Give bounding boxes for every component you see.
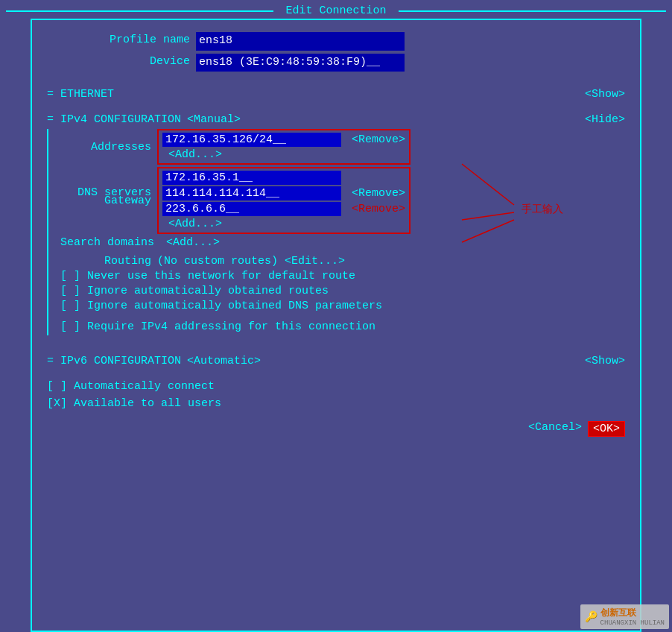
available-users-text[interactable]: [X] Available to all users [47, 397, 221, 410]
routing-label: Routing [60, 255, 157, 268]
dialog-title: Edit Connection [279, 4, 392, 17]
search-domains-label: Search domains [60, 236, 160, 249]
cancel-button[interactable]: <Cancel> [528, 421, 582, 437]
ipv4-mode[interactable]: <Manual> [187, 113, 241, 126]
ipv4-hide[interactable]: <Hide> [585, 113, 625, 126]
address-remove[interactable]: <Remove> [352, 133, 405, 146]
dns2-input[interactable]: 223.6.6.6__ [162, 202, 341, 216]
addresses-row: Addresses 172.16.35.126/24__ <Remove> <A… [60, 129, 625, 165]
ignore-dns-text[interactable]: [ ] Ignore automatically obtained DNS pa… [60, 300, 382, 312]
watermark-text: 创新互联 [600, 607, 665, 619]
watermark-subtext: CHUANGXIN HULIAN [600, 619, 665, 627]
dns2-row: 223.6.6.6__ <Remove> [162, 202, 405, 216]
profile-name-label: Profile name [47, 32, 196, 49]
dns2-remove[interactable]: <Remove> [352, 203, 405, 215]
profile-name-value[interactable]: ens18 [196, 32, 405, 51]
main-container: Edit Connection Profile name ens18 Devic… [0, 0, 672, 632]
device-row: Device ens18 (3E:C9:48:59:38:F9)__ [47, 54, 625, 72]
device-label: Device [47, 54, 196, 71]
dns-add[interactable]: <Add...> [168, 218, 222, 230]
ipv6-section: = IPv6 CONFIGURATION <Automatic> <Show> [47, 355, 625, 367]
dialog: Profile name ens18 Device ens18 (3E:C9:4… [31, 19, 641, 632]
dns-label: DNS servers [60, 186, 157, 199]
ignore-auto-row: [ ] Ignore automatically obtained routes [60, 285, 625, 297]
profile-name-row: Profile name ens18 [47, 32, 625, 51]
addr-add-row: <Add...> [162, 148, 405, 161]
dns1-input[interactable]: 114.114.114.114__ [162, 186, 341, 200]
never-use-row: [ ] Never use this network for default r… [60, 270, 625, 282]
never-use-text[interactable]: [ ] Never use this network for default r… [60, 270, 355, 282]
ok-button[interactable]: <OK> [588, 421, 625, 437]
dns1-remove[interactable]: <Remove> [352, 187, 405, 200]
ethernet-section: = ETHERNET <Show> [47, 88, 625, 101]
addr-main-row: 172.16.35.126/24__ <Remove> [162, 133, 405, 147]
require-ipv4-row: [ ] Require IPv4 addressing for this con… [60, 320, 625, 333]
available-users-row: [X] Available to all users [47, 397, 625, 410]
search-domains-row: Search domains <Add...> [60, 236, 625, 249]
gateway-value-row: 172.16.35.1__ [162, 171, 405, 185]
ipv4-section: Addresses 172.16.35.126/24__ <Remove> <A… [47, 129, 625, 335]
ignore-dns-row: [ ] Ignore automatically obtained DNS pa… [60, 300, 625, 312]
watermark: 🔑 创新互联 CHUANGXIN HULIAN [580, 604, 669, 629]
ipv4-label: = IPv4 CONFIGURATION [47, 113, 181, 126]
dns1-row: 114.114.114.114__ <Remove> [162, 186, 405, 200]
ignore-auto-text[interactable]: [ ] Ignore automatically obtained routes [60, 285, 329, 297]
ipv6-show[interactable]: <Show> [585, 355, 625, 367]
watermark-icon: 🔑 [585, 610, 597, 623]
device-value[interactable]: ens18 (3E:C9:48:59:38:F9)__ [196, 54, 405, 72]
routing-value[interactable]: (No custom routes) <Edit...> [157, 255, 345, 268]
gateway-dns-block: 172.16.35.1__ 114.114.114.114__ <Remove>… [157, 167, 411, 234]
addresses-block: 172.16.35.126/24__ <Remove> <Add...> [157, 129, 411, 165]
ethernet-show[interactable]: <Show> [585, 88, 625, 101]
gateway-row: Gateway 172.16.35.1__ 114.114.114.114__ … [60, 167, 625, 234]
require-ipv4-text[interactable]: [ ] Require IPv4 addressing for this con… [60, 320, 375, 333]
dns-add-row: <Add...> [162, 218, 405, 230]
ipv4-header: = IPv4 CONFIGURATION <Manual> <Hide> [47, 113, 625, 126]
ipv6-label: = IPv6 CONFIGURATION [47, 355, 181, 367]
bottom-buttons: <Cancel> <OK> [47, 421, 625, 437]
auto-connect-text[interactable]: [ ] Automatically connect [47, 380, 215, 393]
title-bar: Edit Connection [0, 0, 672, 19]
routing-row: Routing (No custom routes) <Edit...> [60, 255, 625, 268]
auto-connect-row: [ ] Automatically connect [47, 380, 625, 393]
gateway-input[interactable]: 172.16.35.1__ [162, 171, 341, 185]
ethernet-label: = ETHERNET [47, 88, 114, 101]
address-input[interactable]: 172.16.35.126/24__ [162, 133, 341, 147]
addresses-label: Addresses [60, 141, 157, 154]
search-domains-add[interactable]: <Add...> [166, 236, 220, 249]
address-add[interactable]: <Add...> [168, 148, 222, 161]
ipv6-mode[interactable]: <Automatic> [187, 355, 261, 367]
